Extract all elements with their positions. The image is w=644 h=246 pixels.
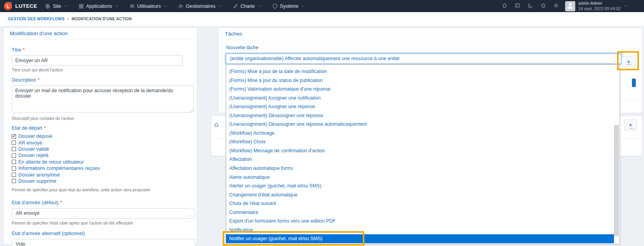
dropdown-option[interactable]: Alerte automatique <box>226 173 620 182</box>
checkbox-label: Informations complémentaires reçues <box>18 166 100 171</box>
add-task-button[interactable]: + <box>621 56 636 67</box>
chevron-down-icon <box>188 242 192 246</box>
titre-input[interactable] <box>12 55 183 66</box>
dropdown-option[interactable]: Notifier un usager (guichet, mail et/ou … <box>226 234 614 243</box>
breadcrumb: GESTION DES WORKFLOWS > MODIFICATION D'U… <box>0 12 644 26</box>
add-button[interactable]: + <box>624 119 637 130</box>
dropdown-option[interactable]: Changement d'état automatique <box>226 191 620 200</box>
navbar-menu-label: Utilisateurs <box>137 4 161 9</box>
etat-depart-option-row[interactable]: Dossier rejeté <box>12 152 186 159</box>
description-help: Descriptif plus complet de l'action <box>12 116 186 121</box>
dropdown-option[interactable]: Affectation <box>226 155 620 164</box>
navbar-menu-item[interactable]: Gestionnaires <box>178 4 222 9</box>
dropdown-option[interactable]: Export d'un formulaire forms vers une ed… <box>226 217 620 226</box>
chevron-down-icon <box>164 4 168 8</box>
checkbox[interactable] <box>12 134 16 139</box>
dropdown-option[interactable]: (Userassignment) Assigner une notificati… <box>226 94 620 103</box>
pen-icon <box>233 4 238 9</box>
dropdown-option[interactable]: (Workflow) Choix <box>226 137 620 146</box>
navbar-menu-item[interactable]: Applications <box>78 4 119 9</box>
dropdown-option[interactable]: (Userassignment) Désassigner une réponse… <box>226 120 620 129</box>
etat-depart-option-row[interactable]: Dossier supprimé <box>12 178 186 184</box>
resize-grip-icon[interactable] <box>190 109 193 112</box>
dropdown-option[interactable]: (Workflow) Archivage <box>226 129 620 138</box>
etat-depart-option-row[interactable]: En attente de retour utilisateur <box>12 159 186 165</box>
settings-icon[interactable] <box>553 3 559 10</box>
dropdown-option[interactable]: (Userassignment) Désassigner une réponse <box>226 111 620 120</box>
dropdown-option[interactable]: Choix de l'état suivant <box>226 199 620 208</box>
etat-depart-option-row[interactable]: Dossier anonymisé <box>12 171 186 178</box>
checkbox-label: Dossier supprimé <box>18 178 56 184</box>
chevron-down-icon <box>613 57 617 64</box>
etat-arrivee-select[interactable]: AR envoyé <box>12 208 195 219</box>
breadcrumb-link[interactable]: GESTION DES WORKFLOWS <box>8 17 64 21</box>
checkbox[interactable] <box>12 153 16 158</box>
etat-depart-option-row[interactable]: Dossier validé <box>12 146 186 152</box>
action-edit-panel: Modification d'une action Titre* Titre c… <box>3 27 197 245</box>
manager-icon <box>178 4 184 9</box>
chevron-down-icon <box>301 4 305 8</box>
chevron-down-icon <box>115 4 119 8</box>
top-navbar: L LUTECE Site Applications Utilisateurs <box>0 0 644 12</box>
checkbox[interactable] <box>12 179 16 183</box>
checkbox[interactable] <box>12 173 16 177</box>
checkbox[interactable] <box>12 141 16 145</box>
dropdown-option[interactable]: Alerter un usager (guichet, mail et/ou S… <box>226 182 620 191</box>
dropdown-option[interactable]: (Workflow) Message de confirmation d'act… <box>226 146 620 155</box>
dropdown-option[interactable]: (Forms) Valorisation automatque d'une ré… <box>226 85 620 94</box>
chevron-down-icon <box>258 4 262 8</box>
panel-partial-title: G <box>214 122 219 128</box>
description-textarea[interactable] <box>12 85 194 112</box>
etat-depart-option-row[interactable]: Dossier déposé <box>12 133 186 139</box>
new-task-select[interactable]: (entité organisationnelle) Affecter auto… <box>226 53 621 64</box>
moon-icon[interactable] <box>528 3 533 10</box>
brand-name: LUTECE <box>15 3 37 9</box>
etat-depart-help: Permet de spécifier pour quel état du wo… <box>12 187 186 192</box>
checkbox[interactable] <box>12 160 16 164</box>
navbar-menu-item[interactable]: Système <box>272 4 305 9</box>
dropdown-option[interactable]: Notification <box>226 226 620 235</box>
users-icon <box>129 4 135 9</box>
chevron-down-icon <box>188 212 192 221</box>
layout-icon[interactable] <box>515 3 520 10</box>
required-asterisk: * <box>44 125 46 131</box>
checkbox-label: En attente de retour utilisateur <box>18 159 84 165</box>
navbar-menu-item[interactable]: Utilisateurs <box>129 4 168 9</box>
shield-icon <box>272 4 278 9</box>
checkbox[interactable] <box>12 147 16 151</box>
chevron-down-icon <box>64 4 68 8</box>
dropdown-option[interactable]: (Userassignment) Assigner une réponse <box>226 102 620 111</box>
brand[interactable]: L LUTECE <box>4 2 37 10</box>
grid-icon <box>78 4 84 9</box>
checkbox-label: Dossier validé <box>18 146 49 152</box>
dropdown-option[interactable]: Commentaire <box>226 208 620 217</box>
etat-arrivee-label: Etat d'arrivée (défaut)* <box>12 200 186 205</box>
lutece-logo-icon: L <box>4 2 12 10</box>
required-asterisk: * <box>60 200 62 205</box>
user-menu[interactable]: admin Admin 18 sept. 2023 09:44:02 <box>565 1 628 11</box>
globe-icon <box>45 4 50 9</box>
dropdown-option[interactable]: (Forms) Mise à jour du status de publica… <box>226 76 620 85</box>
navbar-menu-item[interactable]: Charte <box>233 4 262 9</box>
titre-help: Titre court qui décrit l'action <box>12 68 186 72</box>
etat-depart-option-row[interactable]: AR envoyé <box>12 139 186 146</box>
logo-dot <box>10 2 12 4</box>
etat-arrivee-value: AR envoyé <box>16 210 39 216</box>
new-task-label: Nouvelle tâche <box>226 45 642 50</box>
dropdown-option[interactable]: (Forms) Mise à jour de la date de modifi… <box>226 67 620 76</box>
etat-depart-option-row[interactable]: Informations complémentaires reçues <box>12 165 186 171</box>
avatar <box>565 1 575 11</box>
etat-alternatif-value: Vide <box>16 241 25 246</box>
home-icon[interactable] <box>502 3 507 10</box>
checkbox[interactable] <box>12 166 16 171</box>
etat-alternatif-select[interactable]: Vide <box>12 239 195 246</box>
description-label: Description* <box>12 77 186 83</box>
navbar-menu-item[interactable]: Site <box>45 4 68 9</box>
etat-depart-options: Dossier déposé AR envoyé Dossier validé … <box>12 133 186 184</box>
site-home-icon[interactable] <box>541 3 546 10</box>
required-asterisk: * <box>23 47 25 53</box>
new-task-selected-value: (entité organisationnelle) Affecter auto… <box>230 56 400 61</box>
dropdown-option[interactable]: Affectation automatique forms <box>226 164 620 173</box>
panel-title: Modification d'une action <box>4 28 197 40</box>
dropdown-scrollbar-thumb[interactable] <box>614 125 619 236</box>
